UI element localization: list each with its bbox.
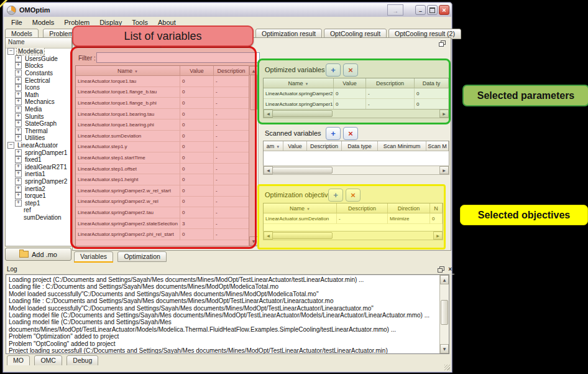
variable-row[interactable]: LinearActuator.springDamper2.stateSelect…: [76, 218, 249, 230]
expand-icon[interactable]: [15, 215, 21, 220]
expand-icon[interactable]: [7, 48, 14, 55]
variable-row[interactable]: LinearActuator.step1.height 0 -: [76, 174, 249, 185]
variable-row[interactable]: LinearActuator.torque1.bearing.tau 0 -: [76, 109, 249, 120]
tab-debug[interactable]: Debug: [67, 355, 98, 366]
expand-icon[interactable]: [15, 120, 22, 127]
tree-item[interactable]: StateGraph: [6, 120, 71, 128]
scroll-left-icon[interactable]: [264, 231, 273, 240]
scrollbar-thumb[interactable]: [272, 167, 333, 174]
expand-icon[interactable]: [15, 164, 22, 171]
tree-item[interactable]: Modelica: [6, 48, 71, 55]
objective-row[interactable]: LinearActuator.sumDeviation - Minimize 0: [264, 213, 443, 224]
remove-objective-button[interactable]: [346, 189, 361, 202]
tree-header[interactable]: Name: [6, 38, 71, 49]
expand-icon[interactable]: [15, 113, 22, 120]
remove-scanned-variable-button[interactable]: [343, 127, 358, 140]
tree-item[interactable]: Icons: [6, 84, 71, 91]
scroll-right-icon[interactable]: [433, 231, 443, 240]
tree-item[interactable]: Media: [6, 106, 71, 113]
column-header-name[interactable]: Name: [264, 78, 334, 88]
scrollbar-thumb[interactable]: [272, 110, 333, 117]
close-button[interactable]: [439, 5, 449, 15]
tree-item[interactable]: fixed1: [6, 156, 71, 164]
log-output[interactable]: Loading project (C:/Documents and Settin…: [6, 274, 449, 354]
variable-row[interactable]: LinearActuator.torque1.bearing.phi 0 -: [76, 119, 249, 131]
title-bar[interactable]: OMOptim: [4, 3, 451, 17]
column-header-description[interactable]: Description: [307, 141, 342, 151]
menu-item[interactable]: Models: [27, 18, 59, 27]
column-header-direction[interactable]: Direction: [388, 203, 430, 213]
expand-icon[interactable]: [15, 77, 22, 84]
variable-row[interactable]: LinearActuator.springDamper2.tau 0 -: [76, 207, 249, 218]
column-header-datatype[interactable]: Data type: [342, 141, 378, 151]
add-mo-button[interactable]: Add .mo: [5, 248, 71, 261]
column-header-scan-minimum[interactable]: Scan Minimum: [378, 141, 426, 151]
tree-item[interactable]: inertia1: [6, 171, 71, 178]
tree-item[interactable]: Thermal: [6, 128, 71, 135]
tree-item[interactable]: Constants: [6, 70, 71, 77]
resize-grip[interactable]: [444, 365, 450, 370]
tab-variables[interactable]: Variables: [74, 251, 113, 262]
optimized-variable-row[interactable]: LinearActuator.springDamper2.d 0 - 0: [264, 88, 449, 99]
scrollbar-thumb[interactable]: [272, 232, 333, 239]
expand-icon[interactable]: [7, 142, 14, 149]
scroll-left-icon[interactable]: [264, 110, 273, 118]
tree-item[interactable]: torque1: [6, 192, 71, 200]
undock-panel-icon[interactable]: [439, 40, 446, 47]
column-header-description[interactable]: Description: [366, 78, 415, 88]
tree-item[interactable]: SIunits: [6, 113, 71, 120]
tree-item[interactable]: springDamper2: [6, 178, 71, 185]
minimize-button[interactable]: [415, 5, 426, 15]
optimized-h-scrollbar[interactable]: [263, 109, 449, 118]
optimized-variable-row[interactable]: LinearActuator.springDamper1.d 0 - 0: [264, 99, 449, 110]
expand-icon[interactable]: [15, 192, 22, 199]
maximize-button[interactable]: [427, 5, 438, 15]
expand-icon[interactable]: [15, 200, 22, 207]
tree-item[interactable]: idealGearR2T1: [6, 164, 71, 171]
expand-icon[interactable]: [15, 62, 22, 69]
tab-mo[interactable]: MO: [7, 355, 30, 366]
column-header-datatype[interactable]: Data ty: [415, 78, 449, 88]
menu-item[interactable]: File: [6, 18, 27, 27]
scroll-right-icon[interactable]: [439, 166, 449, 174]
undock-log-icon[interactable]: [438, 266, 444, 273]
variable-row[interactable]: LinearActuator.springDamper2.w_rel_start…: [76, 185, 249, 197]
expand-icon[interactable]: [15, 178, 22, 185]
column-header-description[interactable]: Description: [214, 66, 249, 76]
scroll-right-icon[interactable]: [439, 110, 449, 118]
variable-row[interactable]: LinearActuator.torque1.flange_b.tau 0 -: [76, 87, 249, 98]
expand-icon[interactable]: [15, 134, 22, 141]
tree-item[interactable]: springDamper1: [6, 149, 71, 156]
column-header-description[interactable]: Description: [337, 203, 388, 213]
add-scanned-variable-button[interactable]: [326, 127, 341, 140]
expand-icon[interactable]: [15, 106, 22, 113]
column-header-value[interactable]: Value: [334, 78, 366, 88]
tree-item[interactable]: Utilities: [6, 134, 71, 142]
scroll-left-icon[interactable]: [264, 166, 273, 174]
tree-item[interactable]: inertia2: [6, 185, 71, 192]
column-header-name[interactable]: Name: [76, 66, 180, 76]
tree-item[interactable]: Blocks: [6, 62, 71, 70]
log-scrollbar[interactable]: [439, 275, 449, 353]
expand-icon[interactable]: [15, 55, 22, 62]
scroll-up-icon[interactable]: [249, 66, 258, 75]
expand-icon[interactable]: [15, 84, 22, 91]
column-header-value[interactable]: Value: [180, 66, 214, 76]
close-log-icon[interactable]: [448, 266, 452, 273]
tree-item[interactable]: Mechanics: [6, 98, 71, 106]
variable-row[interactable]: LinearActuator.torque1.flange_b.phi 0 -: [76, 98, 249, 109]
scanned-h-scrollbar[interactable]: [263, 166, 449, 175]
scroll-up-icon[interactable]: [440, 275, 449, 284]
column-header-scan-maximum[interactable]: Scan M: [426, 141, 449, 151]
filter-input[interactable]: [96, 52, 260, 63]
scrollbar-thumb[interactable]: [441, 300, 448, 325]
tab-omc[interactable]: OMC: [34, 355, 62, 366]
tab-optimization[interactable]: Optimization: [117, 251, 166, 262]
variable-row[interactable]: LinearActuator.springDamper2.phi_rel_sta…: [76, 229, 249, 240]
expand-icon[interactable]: [15, 207, 21, 213]
column-header-n[interactable]: N: [430, 203, 443, 213]
tree-item[interactable]: Electrical: [6, 77, 71, 84]
forward-arrow-button[interactable]: [387, 4, 403, 16]
variable-row[interactable]: LinearActuator.step1.startTime 0 -: [76, 152, 249, 164]
variable-row[interactable]: LinearActuator.torque1.tau 0 -: [76, 76, 249, 87]
